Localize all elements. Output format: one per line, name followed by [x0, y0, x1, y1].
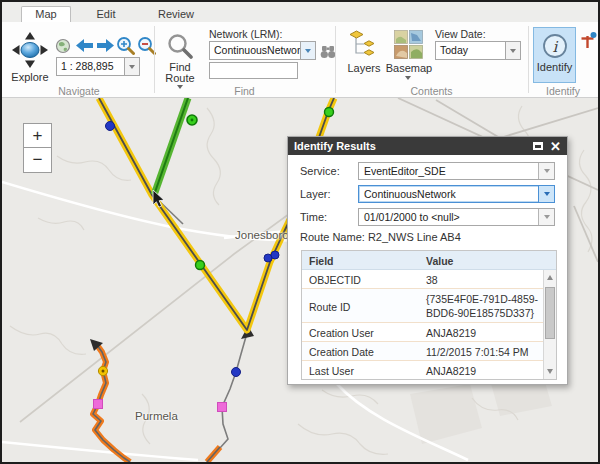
layers-icon — [348, 29, 378, 59]
time-combobox[interactable]: 01/01/2000 to <null> — [358, 208, 555, 226]
scale-value: 1 : 288,895 — [57, 58, 124, 75]
table-row[interactable]: Creation User ANJA8219 — [302, 323, 543, 342]
find-route-label-2: Route — [162, 73, 198, 84]
field-cell: Creation User — [302, 323, 424, 341]
value-cell: {735E4F0E-791D-4859-BDD6-90E18575D337} — [424, 289, 543, 322]
tab-review[interactable]: Review — [150, 7, 202, 22]
network-lrm-label: Network (LRM): — [209, 28, 283, 40]
value-cell: ANJA8219 — [424, 361, 543, 379]
time-label: Time: — [300, 211, 358, 223]
chevron-down-icon — [544, 192, 550, 196]
group-label-find: Find — [154, 85, 335, 97]
layers-label: Layers — [344, 63, 384, 74]
identify-button[interactable]: i Identify — [533, 27, 576, 83]
chevron-down-icon — [129, 65, 135, 69]
table-header-row: Field Value — [302, 251, 556, 270]
popup-title-text: Identify Results — [294, 140, 526, 152]
identify-info-icon: i — [542, 33, 568, 59]
route-gray[interactable] — [220, 333, 247, 448]
view-date-label: View Date: — [435, 28, 486, 40]
field-cell: Creation Date — [302, 342, 424, 360]
zoom-in-button[interactable] — [115, 35, 135, 55]
network-value: ContinuousNetwork — [210, 42, 300, 59]
ribbon-tab-bar: Map Edit Review — [2, 2, 598, 22]
map-canvas[interactable]: Jonesboro Purmela + − Identify Results ✕… — [2, 98, 598, 462]
basemap-icon — [394, 30, 423, 59]
binoculars-icon — [320, 45, 336, 59]
service-dropdown-button[interactable] — [538, 163, 554, 179]
map-zoom-out-button[interactable]: − — [23, 148, 52, 173]
table-header-value: Value — [424, 251, 556, 269]
scale-combobox[interactable]: 1 : 288,895 — [56, 57, 140, 76]
zoom-out-button[interactable] — [136, 35, 156, 55]
chevron-down-icon — [510, 49, 516, 53]
identify-results-popup: Identify Results ✕ Service: EventEditor_… — [287, 136, 568, 385]
find-route-button[interactable] — [165, 32, 195, 60]
identify-label: Identify — [537, 62, 572, 73]
table-header-field: Field — [302, 251, 424, 269]
time-dropdown-button[interactable] — [538, 209, 554, 225]
arrow-left-icon — [75, 38, 94, 53]
field-cell: Last User — [302, 361, 424, 379]
time-value: 01/01/2000 to <null> — [359, 209, 538, 225]
layer-label: Layer: — [300, 188, 358, 200]
town-label-jonesboro: Jonesboro — [235, 229, 289, 241]
forward-extent-button[interactable] — [95, 36, 115, 54]
find-route-magnifier-icon — [167, 33, 193, 59]
popup-titlebar[interactable]: Identify Results ✕ — [288, 137, 567, 155]
group-label-contents: Contents — [335, 85, 528, 97]
route-search-input[interactable] — [209, 62, 298, 79]
back-extent-button[interactable] — [74, 36, 94, 54]
full-extent-button[interactable] — [54, 37, 72, 54]
group-separator — [335, 26, 336, 93]
scroll-down-icon[interactable] — [547, 369, 553, 374]
parcel-shape — [410, 384, 482, 444]
group-label-identify: Identify — [528, 85, 598, 97]
network-dropdown-button[interactable] — [300, 42, 315, 59]
maximize-icon[interactable] — [533, 142, 543, 150]
view-date-combobox[interactable]: Today — [435, 41, 521, 60]
attributes-table: Field Value OBJECTID 38 Route ID {735E4F… — [301, 250, 557, 380]
table-row[interactable]: Route ID {735E4F0E-791D-4859-BDD6-90E185… — [302, 289, 543, 323]
scrollbar-thumb[interactable] — [545, 287, 555, 339]
layers-button[interactable] — [346, 28, 380, 60]
chevron-down-icon — [544, 215, 550, 219]
table-row[interactable]: OBJECTID 38 — [302, 270, 543, 289]
arrow-right-icon — [96, 38, 115, 53]
explore-button[interactable] — [9, 31, 51, 69]
route-name-value: R2_NWS Line AB4 — [368, 231, 461, 243]
view-date-dropdown-button[interactable] — [505, 42, 520, 59]
scroll-up-icon[interactable] — [547, 275, 553, 280]
tab-edit[interactable]: Edit — [84, 7, 128, 22]
service-combobox[interactable]: EventEditor_SDE — [358, 162, 555, 180]
close-icon[interactable]: ✕ — [550, 141, 561, 152]
view-date-value: Today — [436, 42, 505, 59]
value-cell: 38 — [424, 270, 543, 288]
zoom-out-icon — [137, 36, 156, 55]
route-green[interactable] — [154, 98, 188, 195]
group-separator — [528, 26, 529, 93]
event-editor-window: Map Edit Review Explore — [0, 0, 600, 464]
basemap-label: Basemap — [384, 63, 434, 74]
basemap-button[interactable] — [392, 28, 424, 60]
map-zoom-in-button[interactable]: + — [23, 123, 52, 148]
value-cell: 11/2/2015 7:01:54 PM — [424, 342, 543, 360]
explore-icon — [11, 31, 49, 69]
globe-icon — [55, 38, 71, 54]
layer-value: ContinuousNetwork — [359, 186, 538, 202]
layer-dropdown-button[interactable] — [538, 186, 554, 202]
table-row[interactable]: Last User ANJA8219 — [302, 361, 543, 379]
service-label: Service: — [300, 165, 358, 177]
route-name-label: Route Name: — [300, 231, 365, 243]
group-separator — [154, 26, 155, 93]
layer-combobox[interactable]: ContinuousNetwork — [358, 185, 555, 203]
scale-dropdown-button[interactable] — [124, 58, 139, 75]
table-row[interactable]: Creation Date 11/2/2015 7:01:54 PM — [302, 342, 543, 361]
town-label-purmela: Purmela — [135, 410, 178, 422]
table-scrollbar[interactable] — [543, 270, 556, 379]
route-orange-stub[interactable] — [207, 447, 220, 462]
identify-route-location-button[interactable] — [579, 31, 597, 49]
tab-map[interactable]: Map — [21, 6, 71, 22]
network-combobox[interactable]: ContinuousNetwork — [209, 41, 316, 60]
basemap-dropdown-caret[interactable] — [405, 76, 411, 80]
